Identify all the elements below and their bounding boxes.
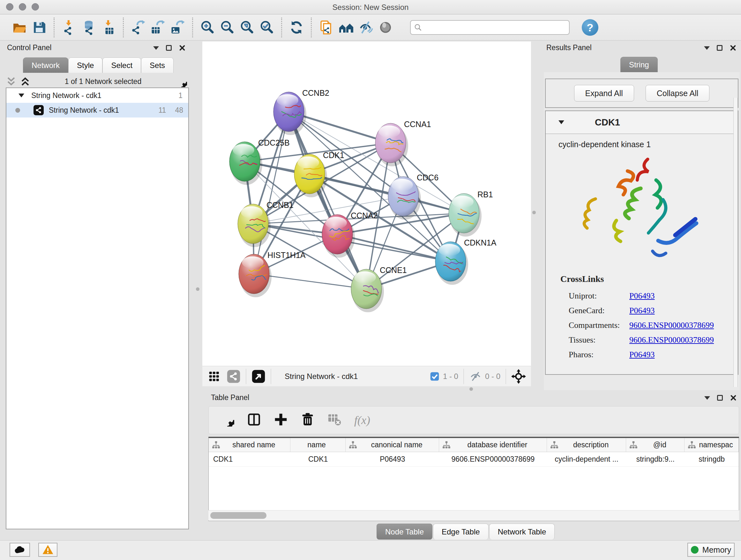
- import-table-file-button[interactable]: [98, 17, 118, 38]
- tab-edge-table[interactable]: Edge Table: [433, 523, 488, 540]
- delete-column-button[interactable]: [300, 413, 315, 428]
- show-columns-button[interactable]: [247, 413, 261, 428]
- memory-button[interactable]: Memory: [687, 543, 735, 557]
- network-node-CCNE1[interactable]: CCNE1: [351, 266, 407, 312]
- apply-layout-button[interactable]: [286, 17, 307, 38]
- show-hide-details-button[interactable]: [356, 17, 376, 38]
- table-cell[interactable]: CDK1: [209, 452, 290, 466]
- zoom-fit-button[interactable]: [237, 17, 257, 38]
- crosslink-link[interactable]: P06493: [629, 306, 655, 315]
- horizontal-splitter-handle[interactable]: [469, 387, 473, 391]
- panel-close-icon[interactable]: [730, 45, 736, 51]
- column-header-canonical-name[interactable]: canonical name: [346, 438, 439, 452]
- panel-menu-icon[interactable]: [704, 396, 710, 400]
- column-header--id[interactable]: @id: [626, 438, 684, 452]
- network-collection-row[interactable]: String Network - cdk1 1: [6, 88, 188, 103]
- network-canvas[interactable]: CCNB2CCNA1CDC25BCDK1CDC6RB1CCNB1CCNA2CDK…: [202, 42, 531, 366]
- collapse-all-button[interactable]: Collapse All: [646, 85, 710, 102]
- column-header-database-identifier[interactable]: database identifier: [439, 438, 547, 452]
- tab-node-table[interactable]: Node Table: [377, 523, 432, 540]
- export-network-button[interactable]: [128, 17, 148, 38]
- table-settings-button[interactable]: [220, 413, 234, 428]
- network-node-CDC6[interactable]: CDC6: [388, 173, 439, 220]
- collection-expand-icon[interactable]: [18, 94, 24, 98]
- zoom-selected-button[interactable]: [257, 17, 277, 38]
- table-cell[interactable]: stringdb: [684, 452, 739, 466]
- table-row[interactable]: CDK1CDK1P064939606.ENSP00000378699cyclin…: [209, 452, 739, 467]
- entry-collapse-icon[interactable]: [558, 120, 564, 124]
- cloud-button[interactable]: [10, 543, 30, 557]
- tab-network-table[interactable]: Network Table: [489, 523, 555, 540]
- table-cell[interactable]: stringdb:9...: [626, 452, 684, 466]
- panel-menu-icon[interactable]: [704, 46, 710, 50]
- string-import-button[interactable]: [316, 17, 336, 38]
- import-network-file-button[interactable]: [59, 17, 79, 38]
- network-node-CCNA2[interactable]: CCNA2: [322, 211, 378, 258]
- crosslink-link[interactable]: 9606.ENSP00000378699: [629, 320, 714, 330]
- network-node-CCNB1[interactable]: CCNB1: [238, 200, 293, 247]
- collapse-all-icon[interactable]: [6, 76, 17, 87]
- network-node-CCNB2[interactable]: CCNB2: [273, 88, 329, 135]
- zoom-out-button[interactable]: [217, 17, 237, 38]
- tab-sets[interactable]: Sets: [141, 57, 174, 73]
- scrollbar-thumb[interactable]: [210, 512, 266, 519]
- save-session-button[interactable]: [29, 17, 49, 38]
- network-overview-button[interactable]: [336, 17, 356, 38]
- vertical-splitter-handle[interactable]: [196, 287, 199, 291]
- gear-icon[interactable]: [176, 76, 187, 87]
- center-view-icon[interactable]: [511, 369, 526, 384]
- zoom-in-button[interactable]: [198, 17, 217, 38]
- export-image-button[interactable]: [168, 17, 188, 38]
- table-cell[interactable]: cyclin-dependent ...: [547, 452, 626, 466]
- expand-all-icon[interactable]: [20, 76, 30, 87]
- gene-entry-header[interactable]: CDK1: [546, 111, 738, 134]
- refresh-icon: [289, 20, 304, 35]
- network-edge-CCNB2-CCNE1[interactable]: [289, 112, 366, 289]
- node-table[interactable]: shared namenamecanonical namedatabase id…: [208, 437, 739, 521]
- crosslink-link[interactable]: P06493: [629, 350, 655, 360]
- tab-string[interactable]: String: [620, 57, 658, 72]
- network-node-CDC25B[interactable]: CDC25B: [229, 138, 290, 185]
- panel-float-icon[interactable]: [717, 395, 723, 401]
- network-row[interactable]: String Network - cdk1 11 48: [6, 103, 188, 118]
- network-node-CCNA1[interactable]: CCNA1: [375, 120, 431, 166]
- table-cell[interactable]: CDK1: [290, 452, 346, 466]
- node-label-CCNA2: CCNA2: [351, 211, 378, 220]
- selected-checkbox-icon[interactable]: [429, 371, 440, 381]
- import-network-database-button[interactable]: [79, 17, 98, 38]
- network-node-HIST1H1A[interactable]: HIST1H1A: [239, 251, 306, 297]
- table-horizontal-scrollbar[interactable]: [208, 510, 739, 520]
- crosslink-link[interactable]: 9606.ENSP00000378699: [629, 335, 714, 345]
- panel-float-icon[interactable]: [166, 45, 172, 51]
- network-node-CDKN1A[interactable]: CDKN1A: [435, 238, 496, 285]
- network-node-RB1[interactable]: RB1: [449, 190, 493, 237]
- panel-close-icon[interactable]: [179, 45, 185, 51]
- tab-network[interactable]: Network: [23, 57, 68, 73]
- results-scrollbar[interactable]: [733, 98, 738, 387]
- grid-mode-icon[interactable]: [208, 369, 222, 383]
- add-column-button[interactable]: [274, 413, 288, 428]
- open-session-button[interactable]: [10, 17, 29, 38]
- table-cell[interactable]: P06493: [346, 452, 439, 466]
- panel-float-icon[interactable]: [717, 45, 723, 51]
- open-in-window-icon[interactable]: [252, 369, 266, 383]
- tab-select[interactable]: Select: [103, 57, 141, 73]
- expand-all-button[interactable]: Expand All: [574, 85, 634, 102]
- export-table-button[interactable]: [148, 17, 168, 38]
- column-header-description[interactable]: description: [547, 438, 626, 452]
- warnings-button[interactable]: [38, 543, 57, 557]
- help-button[interactable]: ?: [582, 19, 598, 36]
- string-view-icon[interactable]: [226, 369, 241, 383]
- search-field[interactable]: [410, 20, 569, 35]
- search-input[interactable]: [422, 21, 569, 34]
- birds-eye-view-button[interactable]: [376, 17, 395, 38]
- crosslink-link[interactable]: P06493: [629, 291, 655, 301]
- tab-style[interactable]: Style: [68, 57, 103, 73]
- column-header-namespac[interactable]: namespac: [684, 438, 739, 452]
- panel-close-icon[interactable]: [730, 395, 736, 401]
- column-header-shared-name[interactable]: shared name: [209, 438, 290, 452]
- column-header-name[interactable]: name: [290, 438, 346, 452]
- vertical-splitter-handle[interactable]: [532, 211, 536, 214]
- table-cell[interactable]: 9606.ENSP00000378699: [439, 452, 547, 466]
- panel-menu-icon[interactable]: [153, 46, 159, 50]
